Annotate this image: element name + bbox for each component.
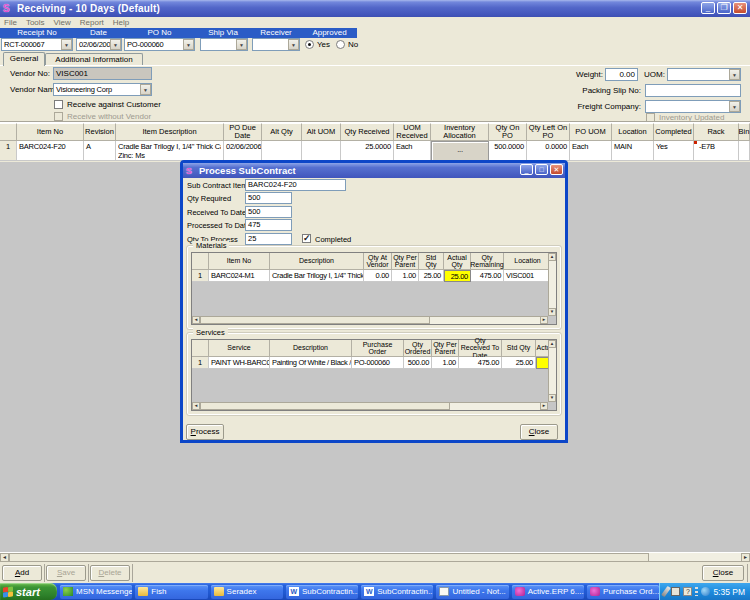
col-qty-on-po[interactable]: Qty On PO xyxy=(489,123,527,141)
chevron-down-icon[interactable]: ▼ xyxy=(236,39,247,50)
scroll-thumb[interactable] xyxy=(200,402,450,410)
taskbar-item-notepad[interactable]: Untitled - Not... xyxy=(436,585,508,599)
mcol-qty-at-vendor[interactable]: Qty At Vendor xyxy=(364,253,392,270)
scol-qty-ordered[interactable]: Qty Ordered xyxy=(404,340,432,357)
dialog-close-icon[interactable]: ✕ xyxy=(550,164,563,175)
mcol-qty-per-parent[interactable]: Qty Per Parent xyxy=(392,253,419,270)
receiver-combo[interactable]: ▼ xyxy=(252,38,300,51)
chevron-down-icon[interactable]: ▼ xyxy=(183,39,194,50)
dialog-maximize-icon[interactable]: □ xyxy=(535,164,548,175)
col-qty-received[interactable]: Qty Received xyxy=(341,123,394,141)
menu-tools[interactable]: Tools xyxy=(26,17,45,28)
col-alt-qty[interactable]: Alt Qty xyxy=(262,123,302,141)
taskbar-item-fish[interactable]: Fish xyxy=(135,585,207,599)
mcol-qty-remaining[interactable]: Qty Remaining xyxy=(471,253,504,270)
received-to-date-field[interactable]: 500 xyxy=(245,206,292,218)
taskbar-item-purchase-order[interactable]: Purchase Ord... xyxy=(587,585,659,599)
minimize-icon[interactable]: _ xyxy=(701,2,715,14)
mcell-actual-qty[interactable]: 25.00 xyxy=(444,270,471,282)
scroll-left-icon[interactable]: ◄ xyxy=(192,316,200,324)
scol-qty-received-to-date[interactable]: Qty Received To Date xyxy=(459,340,502,357)
inventory-allocation-button[interactable]: ... xyxy=(431,141,489,161)
tab-additional-information[interactable]: Additional Information xyxy=(45,53,143,65)
receive-against-customer-checkbox[interactable] xyxy=(54,100,63,109)
start-button[interactable]: start xyxy=(0,583,57,600)
qty-required-field[interactable]: 500 xyxy=(245,192,292,204)
col-bin[interactable]: Bin xyxy=(739,123,750,141)
restore-icon[interactable]: ❐ xyxy=(717,2,731,14)
col-rack[interactable]: Rack xyxy=(694,123,739,141)
scol-std-qty[interactable]: Std Qty xyxy=(502,340,536,357)
taskbar-clock[interactable]: 5:35 PM xyxy=(713,587,745,597)
scroll-left-icon[interactable]: ◄ xyxy=(192,402,200,410)
packing-slip-field[interactable] xyxy=(645,84,741,97)
tab-general[interactable]: General xyxy=(3,52,45,66)
scroll-right-icon[interactable]: ► xyxy=(540,402,548,410)
col-po-uom[interactable]: PO UOM xyxy=(570,123,612,141)
mcol-actual-qty[interactable]: Actual Qty xyxy=(444,253,471,270)
scroll-thumb[interactable] xyxy=(200,316,430,324)
scroll-up-icon[interactable]: ▲ xyxy=(548,253,556,261)
approved-yes-radio[interactable] xyxy=(305,39,314,49)
col-po-due-date[interactable]: PO Due Date xyxy=(224,123,262,141)
display-icon[interactable] xyxy=(671,587,680,596)
taskbar-item-subcontract-doc-1[interactable]: WSubContractin... xyxy=(286,585,358,599)
taskbar-item-active-erp[interactable]: Active.ERP 6.... xyxy=(512,585,584,599)
mcol-location[interactable]: Location xyxy=(504,253,552,270)
services-row[interactable]: 1 PAINT WH-BARC02 Painting Of White / Bl… xyxy=(192,357,556,369)
status-icon[interactable] xyxy=(695,587,698,596)
chevron-down-icon[interactable]: ▼ xyxy=(110,39,121,50)
messenger-status-icon[interactable] xyxy=(701,587,710,596)
freight-company-combo[interactable]: ▼ xyxy=(645,100,741,113)
add-button[interactable]: Add xyxy=(2,565,42,581)
scroll-down-icon[interactable]: ▼ xyxy=(548,308,556,316)
taskbar-item-seradex[interactable]: Seradex xyxy=(211,585,283,599)
col-completed[interactable]: Completed xyxy=(654,123,694,141)
chevron-down-icon[interactable]: ▼ xyxy=(61,39,72,50)
col-revision[interactable]: Revision xyxy=(84,123,116,141)
scol-description[interactable]: Description xyxy=(270,340,352,357)
col-alt-uom[interactable]: Alt UOM xyxy=(302,123,341,141)
col-location[interactable]: Location xyxy=(612,123,654,141)
mcol-item-no[interactable]: Item No xyxy=(209,253,270,270)
scol-qty-per-parent[interactable]: Qty Per Parent xyxy=(432,340,459,357)
weight-field[interactable]: 0.00 xyxy=(605,68,638,81)
col-item-description[interactable]: Item Description xyxy=(116,123,224,141)
materials-row[interactable]: 1 BARC024-M1 Cradle Bar Trilogy I, 1/4" … xyxy=(192,270,556,282)
col-qty-left-on-po[interactable]: Qty Left On PO xyxy=(527,123,570,141)
taskbar-item-subcontract-doc-2[interactable]: WSubContractin... xyxy=(361,585,433,599)
items-grid-row[interactable]: 1 BARC024-F20 A Cradle Bar Trilogy I, 1/… xyxy=(0,141,750,161)
services-hscrollbar[interactable]: ◄ ► xyxy=(192,402,548,410)
col-inventory-allocation[interactable]: Inventory Allocation xyxy=(431,123,489,141)
chevron-down-icon[interactable]: ▼ xyxy=(140,84,151,95)
materials-hscrollbar[interactable]: ◄ ► xyxy=(192,316,548,324)
taskbar-item-msn-messenger[interactable]: MSN Messenger xyxy=(60,585,132,599)
mcol-description[interactable]: Description xyxy=(270,253,364,270)
uom-combo[interactable]: ▼ xyxy=(667,68,741,81)
vendor-name-combo[interactable]: Visioneering Corp▼ xyxy=(53,83,152,96)
date-combo[interactable]: 02/06/2006▼ xyxy=(76,38,122,51)
help-icon[interactable]: ? xyxy=(683,587,692,596)
qty-to-process-field[interactable]: 25 xyxy=(245,233,292,245)
grid-hscrollbar[interactable]: ◄ ► xyxy=(0,552,750,561)
dialog-minimize-icon[interactable]: _ xyxy=(520,164,533,175)
sub-contract-item-field[interactable]: BARC024-F20 xyxy=(245,179,346,191)
dialog-close-button[interactable]: Close xyxy=(520,424,558,440)
processed-to-date-field[interactable]: 475 xyxy=(245,219,292,231)
menu-view[interactable]: View xyxy=(54,17,71,28)
menu-report[interactable]: Report xyxy=(80,17,104,28)
scol-purchase-order[interactable]: Purchase Order xyxy=(352,340,404,357)
scroll-up-icon[interactable]: ▲ xyxy=(548,340,556,348)
ship-via-combo[interactable]: ▼ xyxy=(200,38,248,51)
approved-no-radio[interactable] xyxy=(336,39,345,49)
materials-vscrollbar[interactable]: ▲ ▼ xyxy=(548,253,556,316)
chevron-down-icon[interactable]: ▼ xyxy=(288,39,299,50)
services-vscrollbar[interactable]: ▲ ▼ xyxy=(548,340,556,402)
scol-service[interactable]: Service xyxy=(209,340,270,357)
col-uom-received[interactable]: UOM Received xyxy=(394,123,431,141)
menu-file[interactable]: File xyxy=(4,17,17,28)
chevron-down-icon[interactable]: ▼ xyxy=(729,69,740,80)
scroll-right-icon[interactable]: ► xyxy=(540,316,548,324)
receipt-no-combo[interactable]: RCT-000067▼ xyxy=(1,38,73,51)
scroll-down-icon[interactable]: ▼ xyxy=(548,394,556,402)
